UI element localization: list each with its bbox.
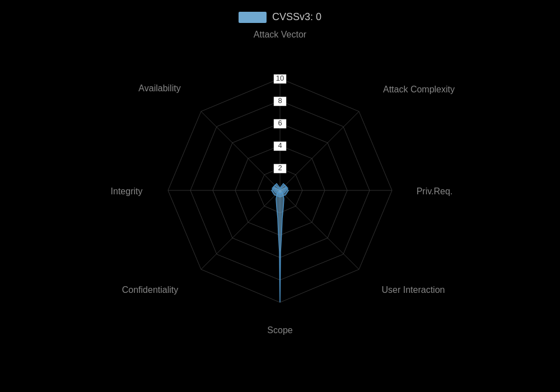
axis-label-confidentiality: Confidentiality	[122, 285, 179, 295]
grid-text-8: 8	[278, 96, 282, 105]
grid-text-10: 10	[276, 74, 284, 82]
axis-user-interaction	[280, 190, 359, 269]
axis-attack-complexity	[280, 111, 359, 190]
axis-confidentiality	[201, 190, 280, 269]
axis-label-user-interaction: User Interaction	[382, 285, 445, 295]
axis-label-availability: Availability	[138, 83, 180, 94]
chart-container: CVSSv3: 0 .grid-polygon { fill: none; st…	[0, 0, 560, 392]
radar-data-polygon	[276, 190, 284, 302]
axis-label-integrity: Integrity	[111, 186, 143, 197]
axis-label-attack-vector: Attack Vector	[254, 30, 306, 40]
axis-label-attack-complexity: Attack Complexity	[383, 85, 455, 95]
axis-label-scope: Scope	[267, 325, 292, 335]
axis-availability	[201, 111, 280, 190]
grid-text-2: 2	[278, 164, 282, 172]
axis-label-priv-req: Priv.Req.	[417, 186, 453, 197]
grid-text-4: 4	[278, 141, 282, 150]
grid-text-6: 6	[278, 119, 282, 127]
